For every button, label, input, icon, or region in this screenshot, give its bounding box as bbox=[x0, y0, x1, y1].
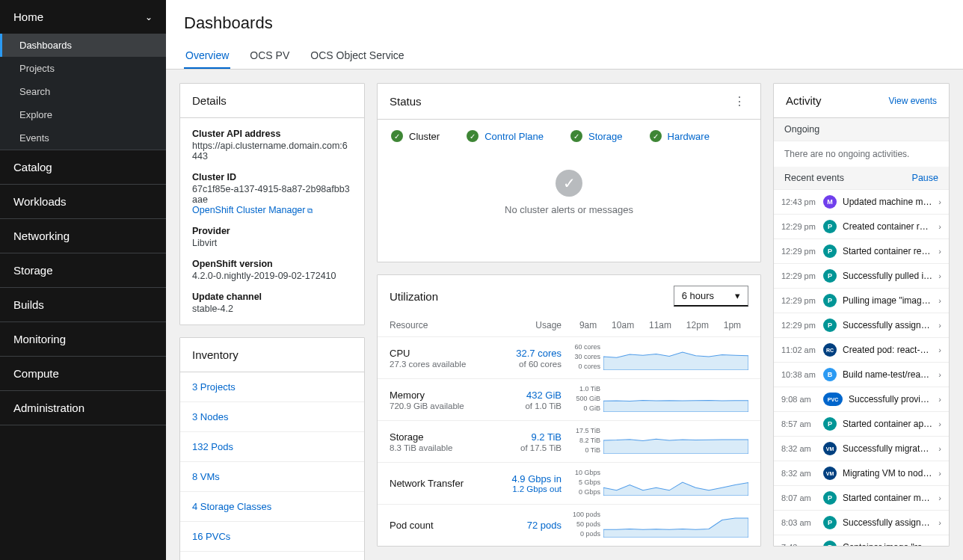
sidebar-item-storage[interactable]: Storage bbox=[0, 253, 166, 287]
sidebar-item-explore[interactable]: Explore bbox=[0, 103, 166, 126]
chevron-right-icon: › bbox=[938, 321, 941, 330]
sidebar: Home ⌄ DashboardsProjectsSearchExploreEv… bbox=[0, 0, 166, 560]
nav-section-home: Home ⌄ DashboardsProjectsSearchExploreEv… bbox=[0, 0, 166, 150]
event-row[interactable]: 9:08 amPVCSuccessfully provision...› bbox=[774, 387, 949, 412]
util-row-memory: Memory720.9 GiB available432 GiBof 1.0 T… bbox=[378, 378, 760, 420]
nav-home-toggle[interactable]: Home ⌄ bbox=[0, 0, 166, 34]
util-value-link[interactable]: 32.7 cores bbox=[479, 348, 562, 359]
utilization-header: Utilization 6 hours ▾ bbox=[378, 275, 760, 317]
resource-badge: B bbox=[823, 368, 837, 381]
util-value-link[interactable]: 9.2 TiB bbox=[479, 431, 562, 443]
event-row[interactable]: 12:29 pmPCreated container reacta...› bbox=[774, 215, 949, 239]
util-row-network-transfer: Network Transfer4.9 Gbps in1.2 Gbps out1… bbox=[378, 462, 760, 504]
event-row[interactable]: 10:38 amBBuild name-test/react-we...› bbox=[774, 363, 949, 387]
util-row-storage: Storage8.3 TiB available9.2 TiBof 17.5 T… bbox=[378, 420, 760, 462]
chevron-right-icon: › bbox=[938, 370, 941, 379]
detail-item: Cluster ID67c1f85e-a137-4915-8a87-2b98af… bbox=[192, 172, 352, 215]
event-row[interactable]: 12:29 pmPPulling image "image-re...› bbox=[774, 289, 949, 313]
cluster-manager-link[interactable]: OpenShift Cluster Manager⧉ bbox=[192, 205, 352, 215]
sparkline bbox=[603, 427, 748, 456]
sidebar-item-builds[interactable]: Builds bbox=[0, 288, 166, 321]
chevron-right-icon: › bbox=[938, 444, 941, 453]
inventory-item[interactable]: 132 Pods bbox=[180, 431, 364, 461]
event-row[interactable]: 8:03 amPSuccessfully assigned m...› bbox=[774, 511, 949, 535]
event-row[interactable]: 12:29 pmPSuccessfully assigned ap...› bbox=[774, 313, 949, 338]
resource-badge: P bbox=[823, 541, 837, 546]
event-row[interactable]: 12:29 pmPStarted container reacta...› bbox=[774, 239, 949, 264]
status-empty: ✓ No cluster alerts or messages bbox=[378, 153, 760, 262]
utilization-head-row: Resource Usage 9am10am11am12pm1pm bbox=[378, 317, 760, 336]
sidebar-item-catalog[interactable]: Catalog bbox=[0, 150, 166, 184]
check-icon: ✓ bbox=[570, 130, 582, 142]
event-row[interactable]: 8:57 amPStarted container appde...› bbox=[774, 412, 949, 437]
inventory-item[interactable]: 3 Projects bbox=[180, 372, 364, 401]
sidebar-item-administration[interactable]: Administration bbox=[0, 391, 166, 425]
resource-badge: P bbox=[823, 491, 837, 505]
chevron-right-icon: › bbox=[938, 222, 941, 231]
caret-down-icon: ▾ bbox=[735, 290, 740, 301]
tab-ocs-object-service[interactable]: OCS Object Service bbox=[309, 43, 405, 69]
status-item-storage: ✓Storage bbox=[570, 130, 623, 142]
inventory-card: Inventory 3 Projects3 Nodes132 Pods8 VMs… bbox=[179, 337, 365, 560]
resource-badge: P bbox=[823, 244, 837, 258]
time-range-select[interactable]: 6 hours ▾ bbox=[674, 286, 748, 307]
chevron-right-icon: › bbox=[938, 518, 941, 527]
sidebar-item-networking[interactable]: Networking bbox=[0, 219, 166, 253]
event-row[interactable]: 8:07 amPStarted container manag...› bbox=[774, 486, 949, 511]
tabs: OverviewOCS PVOCS Object Service bbox=[184, 43, 945, 69]
sidebar-item-projects[interactable]: Projects bbox=[0, 57, 166, 80]
check-circle-icon: ✓ bbox=[556, 170, 582, 197]
inventory-header: Inventory bbox=[180, 338, 364, 372]
sparkline bbox=[603, 511, 748, 540]
chevron-down-icon: ⌄ bbox=[145, 12, 153, 22]
activity-header: Activity View events bbox=[774, 84, 949, 118]
chevron-right-icon: › bbox=[938, 395, 941, 404]
details-card: Details Cluster API addresshttps://api.c… bbox=[179, 83, 365, 325]
ongoing-empty: There are no ongoing activities. bbox=[774, 141, 949, 167]
detail-item: Cluster API addresshttps://api.clusterna… bbox=[192, 129, 352, 161]
content: Details Cluster API addresshttps://api.c… bbox=[166, 70, 963, 560]
event-row[interactable]: 8:32 amVMMigrating VM to node ip...› bbox=[774, 461, 949, 486]
sidebar-item-compute[interactable]: Compute bbox=[0, 357, 166, 390]
sidebar-item-monitoring[interactable]: Monitoring bbox=[0, 322, 166, 356]
util-value-link[interactable]: 4.9 Gbps in bbox=[479, 473, 562, 484]
tab-overview[interactable]: Overview bbox=[184, 43, 230, 69]
util-row-cpu: CPU27.3 cores available32.7 coresof 60 c… bbox=[378, 336, 760, 378]
inventory-item[interactable]: 24 Disks bbox=[180, 551, 364, 560]
pause-link[interactable]: Pause bbox=[912, 173, 938, 183]
utilization-card: Utilization 6 hours ▾ Resource Usage 9am… bbox=[377, 274, 761, 547]
resource-badge: P bbox=[823, 294, 837, 307]
util-value-link[interactable]: 432 GiB bbox=[479, 390, 562, 401]
resource-badge: P bbox=[823, 516, 837, 529]
check-icon: ✓ bbox=[467, 130, 479, 142]
event-row[interactable]: 8:32 amVMSuccessfully migrated V...› bbox=[774, 437, 949, 461]
ongoing-head: Ongoing bbox=[774, 118, 949, 141]
resource-badge: P bbox=[823, 269, 837, 283]
event-row[interactable]: 12:43 pmMUpdated machine mynam...› bbox=[774, 190, 949, 215]
recent-events-head: Recent events Pause bbox=[774, 167, 949, 190]
view-events-link[interactable]: View events bbox=[889, 96, 937, 106]
chevron-right-icon: › bbox=[938, 271, 941, 280]
inventory-item[interactable]: 3 Nodes bbox=[180, 401, 364, 431]
util-value-link[interactable]: 72 pods bbox=[479, 520, 562, 531]
resource-badge: RC bbox=[823, 343, 837, 357]
check-icon: ✓ bbox=[650, 130, 662, 142]
event-row[interactable]: 11:02 amRCCreated pod: react-web-...› bbox=[774, 338, 949, 363]
event-row[interactable]: 12:29 pmPSuccessfully pulled imag...› bbox=[774, 264, 949, 289]
sidebar-item-workloads[interactable]: Workloads bbox=[0, 185, 166, 218]
chevron-right-icon: › bbox=[938, 197, 941, 206]
sparkline bbox=[603, 469, 748, 498]
tab-ocs-pv[interactable]: OCS PV bbox=[248, 43, 291, 69]
inventory-item[interactable]: 8 VMs bbox=[180, 461, 364, 491]
detail-item: Update channelstable-4.2 bbox=[192, 292, 352, 314]
chevron-right-icon: › bbox=[938, 543, 941, 546]
event-row[interactable]: 7:43 amPContainer image "registr...› bbox=[774, 535, 949, 546]
sidebar-item-events[interactable]: Events bbox=[0, 126, 166, 150]
sidebar-item-search[interactable]: Search bbox=[0, 80, 166, 103]
kebab-icon[interactable]: ⋮ bbox=[730, 94, 748, 108]
inventory-item[interactable]: 4 Storage Classes bbox=[180, 491, 364, 521]
check-icon: ✓ bbox=[391, 130, 403, 142]
sidebar-item-dashboards[interactable]: Dashboards bbox=[0, 34, 166, 57]
inventory-item[interactable]: 16 PVCs bbox=[180, 521, 364, 551]
page-header: Dashboards OverviewOCS PVOCS Object Serv… bbox=[166, 0, 963, 70]
